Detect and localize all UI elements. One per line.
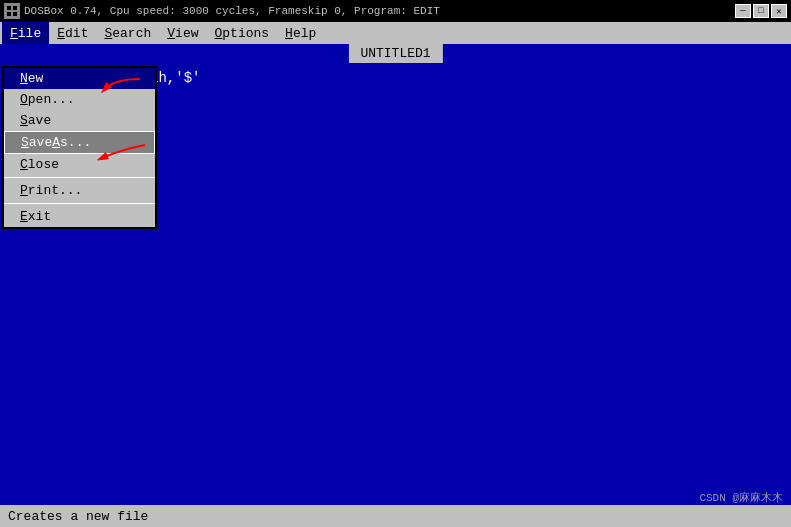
menu-item-open[interactable]: Open... [4,89,155,110]
svg-rect-4 [13,12,17,16]
title-text: DOSBox 0.74, Cpu speed: 3000 cycles, Fra… [24,5,735,17]
svg-rect-3 [7,12,11,16]
editor-window: File Edit Search View Options Help UNTIT… [0,22,791,527]
menu-file[interactable]: File [2,22,49,44]
file-dropdown: New Open... Save Save As... Close Print.… [2,66,157,229]
menu-bar: File Edit Search View Options Help [0,22,791,44]
menu-edit[interactable]: Edit [49,22,96,44]
svg-rect-1 [7,6,11,10]
menu-divider-2 [4,203,155,204]
menu-item-print[interactable]: Print... [4,180,155,201]
app-icon [4,3,20,19]
status-bar: Creates a new file [0,505,791,527]
menu-item-exit[interactable]: Exit [4,206,155,227]
menu-item-save-as[interactable]: Save As... [4,131,155,154]
title-bar: DOSBox 0.74, Cpu speed: 3000 cycles, Fra… [0,0,791,22]
menu-help[interactable]: Help [277,22,324,44]
status-text: Creates a new file [8,509,148,524]
minimize-button[interactable]: — [735,4,751,18]
menu-item-save[interactable]: Save [4,110,155,131]
window-controls: — □ ✕ [735,4,787,18]
menu-item-close[interactable]: Close [4,154,155,175]
menu-divider-1 [4,177,155,178]
menu-view[interactable]: View [159,22,206,44]
watermark: CSDN @麻麻木木 [699,490,783,505]
editor-title: UNTITLED1 [348,44,442,63]
svg-rect-2 [13,6,17,10]
menu-item-new[interactable]: New [4,68,155,89]
maximize-button[interactable]: □ [753,4,769,18]
close-button[interactable]: ✕ [771,4,787,18]
menu-search[interactable]: Search [96,22,159,44]
menu-options[interactable]: Options [206,22,277,44]
